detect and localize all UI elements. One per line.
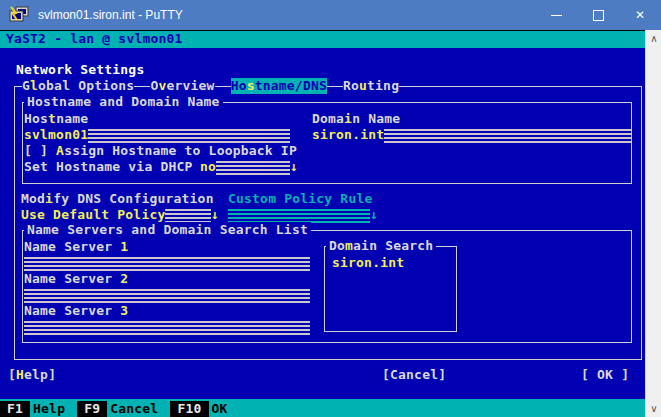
scroll-up-button[interactable]: ∧	[646, 31, 661, 46]
help-button[interactable]: [Help]	[8, 367, 56, 383]
domain-name-input[interactable]: siron.int	[312, 127, 632, 143]
window-title: svlmon01.siron.int - PuTTY	[38, 8, 183, 22]
fkey-f1-label: Help	[30, 401, 77, 417]
name-server-1-label: Name Server 1	[24, 239, 128, 255]
fkey-f10-label: OK	[209, 401, 240, 417]
dropdown-arrow-icon: ↓	[370, 207, 378, 223]
scrollbar[interactable]: ∧ ∨	[645, 30, 661, 417]
modify-dns-select[interactable]: Use Default Policy↓	[21, 207, 219, 223]
minimize-icon	[551, 15, 562, 16]
fkey-f10: F10	[170, 401, 208, 417]
page-title: Network Settings	[16, 62, 144, 78]
hostname-label: Hostname	[24, 111, 88, 127]
name-server-3-input[interactable]	[24, 319, 310, 335]
close-button[interactable]: ✕	[619, 0, 661, 30]
tab-hostname-dns[interactable]: Hostname/DNS	[231, 78, 327, 94]
domain-search-title: Domain Search	[326, 238, 436, 254]
tab-routing[interactable]: Routing	[343, 78, 399, 94]
yast-titlebar: YaST2 - lan @ svlmon01	[0, 31, 645, 48]
custom-policy-select: ↓	[228, 207, 378, 223]
checkbox-box: [ ]	[24, 143, 56, 158]
custom-policy-label: Custom Policy Rule	[228, 191, 372, 207]
scroll-down-button[interactable]: ∨	[646, 401, 661, 416]
putty-titlebar[interactable]: svlmon01.siron.int - PuTTY ✕	[0, 0, 661, 30]
domain-search-entry[interactable]: siron.int	[332, 255, 404, 271]
nameservers-box-title: Name Servers and Domain Search List	[24, 222, 311, 238]
dropdown-arrow-icon: ↓	[211, 207, 219, 223]
putty-window: svlmon01.siron.int - PuTTY ✕ YaST2 - lan…	[0, 0, 661, 417]
set-hostname-via-dhcp-select[interactable]: no↓	[200, 159, 298, 175]
ok-button[interactable]: [ OK ]	[581, 367, 629, 383]
minimize-button[interactable]	[535, 0, 577, 30]
close-icon: ✕	[635, 9, 645, 21]
fkey-f9-label: Cancel	[107, 401, 170, 417]
tab-bar: Global Options Overview Hostname/DNS Rou…	[22, 78, 399, 94]
putty-icon[interactable]	[8, 5, 30, 25]
name-server-1-input[interactable]	[24, 255, 310, 271]
maximize-icon	[593, 10, 604, 21]
modify-dns-label: Modify DNS Configuration	[21, 191, 214, 207]
dropdown-arrow-icon: ↓	[290, 159, 298, 175]
cancel-button[interactable]: [Cancel]	[382, 367, 446, 383]
fkey-f9: F9	[77, 401, 107, 417]
hostname-input[interactable]: svlmon01	[24, 127, 290, 143]
name-server-3-label: Name Server 3	[24, 303, 128, 319]
dhcp-hostname-label: Set Hostname via DHCP	[24, 159, 193, 175]
maximize-button[interactable]	[577, 0, 619, 30]
name-server-2-label: Name Server 2	[24, 271, 128, 287]
fkey-f1: F1	[0, 401, 30, 417]
function-key-bar: F1 Help F9 Cancel F10 OK	[0, 399, 645, 417]
name-server-2-input[interactable]	[24, 287, 310, 303]
tab-global-options[interactable]: Global Options	[22, 78, 134, 94]
tab-overview[interactable]: Overview	[150, 78, 214, 94]
domain-name-label: Domain Name	[312, 111, 400, 127]
assign-loopback-checkbox[interactable]: [ ] Assign Hostname to Loopback IP	[24, 143, 297, 159]
hostname-box-title: Hostname and Domain Name	[24, 94, 223, 110]
terminal: YaST2 - lan @ svlmon01 Network Settings …	[0, 30, 645, 417]
